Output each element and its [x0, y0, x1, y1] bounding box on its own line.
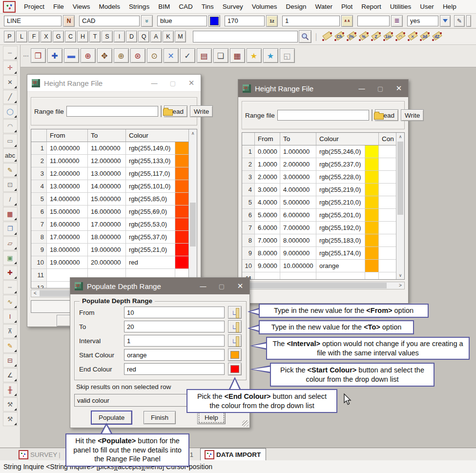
move-icon[interactable]: ✚ — [3, 266, 18, 280]
write-button[interactable]: Write — [190, 105, 213, 117]
delta-z-icon[interactable]: dZ — [431, 31, 443, 42]
header-from[interactable]: From — [47, 129, 88, 142]
close-button[interactable]: ✕ — [182, 79, 201, 87]
colour-swatch[interactable] — [175, 218, 189, 231]
menu-item[interactable]: Strings — [124, 1, 154, 12]
colour-field[interactable] — [157, 16, 207, 26]
colour-swatch[interactable] — [365, 184, 379, 196]
con-cell[interactable] — [379, 145, 396, 158]
zoom-plus-icon[interactable]: ⊕ — [114, 48, 129, 63]
scroll-thumb[interactable] — [190, 203, 196, 247]
colour-swatch[interactable] — [365, 171, 379, 184]
mode-button[interactable]: K — [163, 31, 174, 42]
con-cell[interactable] — [379, 260, 396, 272]
mode-button[interactable]: T — [89, 31, 101, 42]
minimize-button[interactable]: — — [194, 283, 212, 290]
maximize-button[interactable]: ▢ — [164, 80, 182, 87]
create-rectangle-icon[interactable]: ▭ — [3, 134, 18, 148]
menu-item[interactable]: Survey — [218, 1, 248, 12]
windows-cascade-icon[interactable]: ❐ — [31, 48, 46, 63]
slope-icon[interactable]: ∠ — [3, 368, 18, 382]
name-box-icon[interactable]: N — [63, 15, 75, 27]
write-button[interactable]: Write — [401, 109, 424, 121]
brush-check-icon[interactable]: ✓ — [180, 48, 195, 63]
polygon-icon[interactable]: ▱ — [3, 236, 18, 250]
tab-page-number[interactable]: 1 — [190, 451, 193, 458]
menu-item[interactable]: Tins — [197, 1, 218, 12]
mode-button[interactable]: M — [175, 31, 186, 42]
model-field[interactable] — [79, 16, 140, 26]
header-to[interactable]: To — [88, 129, 126, 142]
linestyle-icon[interactable]: ≡ — [391, 15, 403, 27]
menu-item[interactable]: Volumes — [248, 1, 282, 12]
search-icon[interactable] — [299, 30, 311, 43]
measure-ruler-icon[interactable] — [321, 31, 333, 42]
mode-button[interactable]: C — [65, 31, 76, 42]
title-bar[interactable]: 12 Height Range File — ▢ ✕ — [27, 75, 201, 92]
menu-item[interactable]: Models — [95, 1, 125, 12]
star-blue-icon[interactable]: ★ — [263, 48, 278, 63]
scroll-up-icon[interactable]: ∧ — [396, 133, 404, 141]
image-icon[interactable]: ▣ — [3, 251, 18, 265]
zoom-out-minus-icon[interactable]: ▬ — [64, 48, 79, 63]
scroll-thumb[interactable] — [243, 283, 387, 288]
clipped-button[interactable] — [466, 15, 471, 27]
colour-swatch[interactable] — [175, 155, 189, 167]
range-file-input[interactable] — [277, 110, 369, 121]
pan-icon[interactable]: ✥ — [97, 48, 112, 63]
zoom-in-plus-icon[interactable]: ✚ — [47, 48, 62, 63]
folder-icon[interactable] — [372, 109, 373, 121]
table-row[interactable]: 4 3.0000 4.000000 rgb(255,219,0) — [242, 184, 396, 196]
header-colour[interactable]: Colour — [126, 129, 189, 142]
horizontal-scrollbar[interactable]: > — [242, 282, 405, 289]
brush-icon[interactable]: ✎ — [3, 163, 18, 177]
table-row[interactable]: 8 17.000000 18.000000 rgb(255,37,0) — [31, 231, 189, 244]
colour-swatch[interactable] — [365, 222, 379, 234]
header-con[interactable]: Con — [379, 133, 396, 145]
colour-swatch[interactable] — [365, 260, 379, 272]
point-symbol-icon[interactable]: ⊡ — [3, 178, 18, 192]
chevron-down-icon[interactable]: » — [141, 15, 153, 27]
one-in-icon[interactable]: 1in — [382, 31, 394, 42]
con-cell[interactable] — [379, 158, 396, 171]
from-input[interactable] — [124, 307, 225, 318]
menu-item[interactable]: BIM — [154, 1, 174, 12]
close-button[interactable]: ✕ — [231, 282, 249, 290]
mode-button[interactable]: D — [126, 31, 137, 42]
mode-button[interactable]: P — [4, 31, 15, 42]
table-row[interactable]: 11 — [242, 272, 396, 280]
minimize-button[interactable]: — — [352, 85, 371, 92]
separator[interactable]: ┉ — [3, 280, 18, 294]
end-colour-button[interactable] — [228, 363, 242, 375]
table-row[interactable]: 4 13.000000 14.000000 rgb(255,101,0) — [31, 180, 189, 193]
menu-item[interactable]: User — [415, 1, 438, 12]
con-cell[interactable] — [379, 171, 396, 184]
measure-3d-icon[interactable]: 3d — [419, 31, 431, 42]
con-cell[interactable] — [379, 209, 396, 222]
table-row[interactable]: 10 19.000000 20.000000 red — [31, 256, 189, 269]
con-cell[interactable] — [379, 184, 396, 196]
dropdown-arrow-icon[interactable] — [440, 15, 451, 27]
create-circle-icon[interactable]: ◯ — [3, 104, 18, 119]
mode-button[interactable]: H — [77, 31, 88, 42]
range-file-input[interactable] — [66, 106, 158, 117]
edit-note-icon[interactable]: ✎ — [3, 339, 18, 353]
colour-swatch[interactable] — [175, 193, 189, 206]
table-row[interactable]: 2 11.000000 12.000000 rgb(255,133,0) — [31, 155, 189, 167]
scroll-up-icon[interactable]: ∧ — [189, 129, 197, 137]
table-row[interactable]: 10 9.0000 10.000000 orange — [242, 260, 396, 272]
toolbar-drag-handle[interactable]: ▪▪▪ — [23, 54, 29, 58]
menu-item[interactable]: Design — [282, 1, 311, 12]
interval-typein-icon[interactable]: ∟ — [228, 334, 242, 347]
mode-button[interactable]: L — [16, 31, 27, 42]
name-field[interactable] — [4, 16, 62, 26]
menu-item[interactable]: CAD — [174, 1, 197, 12]
header-to[interactable]: To — [280, 133, 316, 145]
colour-swatch[interactable] — [175, 231, 189, 244]
vertical-scrollbar[interactable]: ∧ ∨ — [396, 133, 404, 279]
menu-item[interactable]: Water — [311, 1, 337, 12]
table-row[interactable]: 9 18.000000 19.000000 rgb(255,21,0) — [31, 244, 189, 256]
table-row[interactable]: 1 10.000000 11.000000 rgb(255,149,0) — [31, 142, 189, 155]
colour-swatch[interactable] — [365, 209, 379, 222]
table-row[interactable]: 3 12.000000 13.000000 rgb(255,117,0) — [31, 167, 189, 180]
